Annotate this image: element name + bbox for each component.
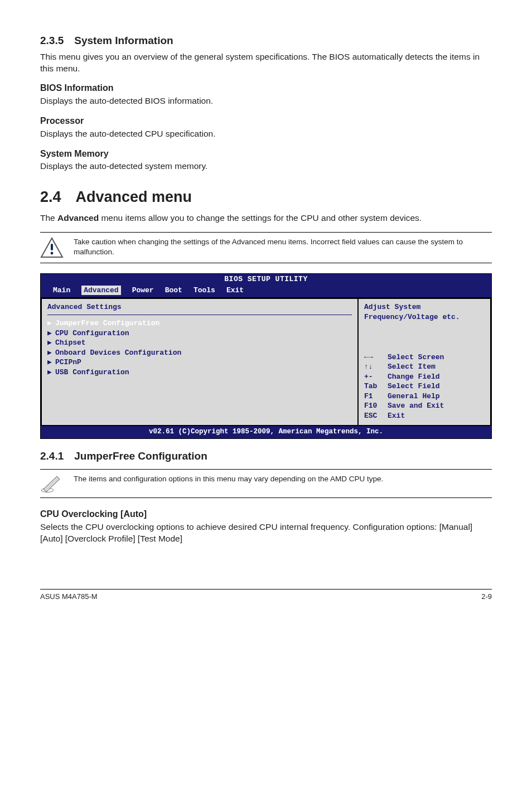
bios-right-desc: Adjust System Frequency/Voltage etc. [364, 302, 486, 322]
bios-help-key: +- [364, 372, 383, 382]
bios-right-desc-line: Adjust System [364, 302, 486, 312]
page-footer: ASUS M4A785-M 2-9 [40, 589, 492, 602]
bios-item-label: PCIPnP [55, 358, 81, 366]
subhead-system-memory: System Memory [40, 148, 492, 160]
p-bios-info: Displays the auto-detected BIOS informat… [40, 95, 492, 107]
bios-item-label: USB Configuration [55, 368, 129, 376]
triangle-right-icon: ▶ [47, 368, 55, 378]
bios-help-key: ↑↓ [364, 362, 383, 372]
triangle-right-icon: ▶ [47, 328, 55, 339]
bios-item-onboard: ▶Onboard Devices Configuration [47, 348, 352, 358]
bios-item-cpuconfig: ▶CPU Configuration [47, 328, 352, 339]
warning-icon [40, 237, 64, 258]
intro-24-post: menu items allow you to change the setti… [99, 213, 422, 223]
bios-item-pcipnp: ▶PCIPnP [47, 357, 352, 368]
bios-divider [47, 315, 352, 315]
bios-help-block: ←→Select Screen ↑↓Select Item +-Change F… [364, 352, 486, 421]
intro-24: The Advanced menu items allow you to cha… [40, 212, 492, 224]
bios-help-row: F10Save and Exit [364, 401, 486, 411]
bios-help-label: Select Field [388, 381, 440, 392]
bios-item-label: CPU Configuration [55, 329, 129, 337]
heading-235: 2.3.5 System Information [40, 33, 492, 48]
bios-menu-advanced: Advanced [81, 286, 120, 296]
note-text: The items and configuration options in t… [74, 474, 492, 484]
bios-item-usbconfig: ▶USB Configuration [47, 368, 352, 378]
bios-help-label: Exit [388, 411, 405, 421]
bios-item-chipset: ▶Chipset [47, 338, 352, 348]
bios-help-row: +-Change Field [364, 372, 486, 382]
intro-235: This menu gives you an overview of the g… [40, 51, 492, 75]
svg-rect-1 [51, 244, 53, 250]
svg-marker-4 [43, 476, 60, 492]
bios-help-label: Select Item [388, 362, 436, 372]
p-system-memory: Displays the auto-detected system memory… [40, 161, 492, 172]
bios-help-key: ESC [364, 411, 383, 421]
bios-help-row: TabSelect Field [364, 381, 486, 392]
bios-right-panel: Adjust System Frequency/Voltage etc. ←→S… [357, 298, 491, 426]
bios-menubar: Main Advanced Power Boot Tools Exit [41, 284, 491, 298]
triangle-right-icon: ▶ [47, 338, 55, 348]
triangle-right-icon: ▶ [47, 318, 55, 328]
bios-body: Advanced Settings ▶JumperFree Configurat… [41, 297, 491, 426]
bios-help-row: ↑↓Select Item [364, 362, 486, 372]
subhead-processor: Processor [40, 115, 492, 127]
bios-help-key: F10 [364, 401, 383, 411]
bios-menu-exit: Exit [226, 286, 244, 296]
bios-footer: v02.61 (C)Copyright 1985-2009, American … [41, 426, 491, 438]
bios-menu-power: Power [132, 286, 154, 296]
svg-point-2 [51, 252, 54, 255]
warning-text: Take caution when changing the settings … [74, 237, 492, 257]
bios-help-label: Select Screen [388, 352, 444, 363]
bios-help-row: ←→Select Screen [364, 352, 486, 363]
bios-help-label: General Help [388, 392, 440, 402]
bios-item-label: Onboard Devices Configuration [55, 349, 181, 357]
bios-help-row: ESCExit [364, 411, 486, 421]
heading-241: 2.4.1 JumperFree Configuration [40, 449, 492, 463]
bios-menu-tools: Tools [194, 286, 215, 296]
triangle-right-icon: ▶ [47, 357, 55, 368]
bios-help-key: ←→ [364, 352, 383, 363]
bios-item-jumperfree: ▶JumperFree Configuration [47, 318, 352, 328]
bios-help-label: Save and Exit [388, 401, 444, 411]
footer-left: ASUS M4A785-M [40, 592, 98, 602]
bios-menu-boot: Boot [165, 286, 182, 296]
bios-help-key: F1 [364, 392, 383, 402]
footer-right: 2-9 [481, 592, 492, 602]
subhead-cpu-overclocking: CPU Overclocking [Auto] [40, 508, 492, 520]
bios-item-label: JumperFree Configuration [55, 319, 159, 327]
bios-panel-heading: Advanced Settings [47, 302, 352, 312]
note-box: The items and configuration options in t… [40, 469, 492, 498]
bios-screenshot: BIOS SETUP UTILITY Main Advanced Power B… [40, 273, 492, 439]
p-processor: Displays the auto-detected CPU specifica… [40, 128, 492, 140]
pencil-note-icon [40, 474, 64, 493]
subhead-bios-info: BIOS Information [40, 82, 492, 94]
intro-24-pre: The [40, 213, 57, 223]
heading-24: 2.4 Advanced menu [40, 187, 492, 207]
warning-box: Take caution when changing the settings … [40, 232, 492, 263]
p-cpu-overclocking: Selects the CPU overclocking options to … [40, 521, 492, 545]
bios-help-key: Tab [364, 381, 383, 392]
bios-left-panel: Advanced Settings ▶JumperFree Configurat… [41, 298, 357, 426]
bios-item-label: Chipset [55, 339, 86, 347]
bios-help-label: Change Field [388, 372, 440, 382]
bios-help-row: F1General Help [364, 392, 486, 402]
intro-24-bold: Advanced [57, 213, 99, 223]
bios-title: BIOS SETUP UTILITY [41, 274, 491, 284]
bios-menu-main: Main [53, 286, 70, 296]
bios-right-desc-line: Frequency/Voltage etc. [364, 312, 486, 322]
triangle-right-icon: ▶ [47, 348, 55, 358]
